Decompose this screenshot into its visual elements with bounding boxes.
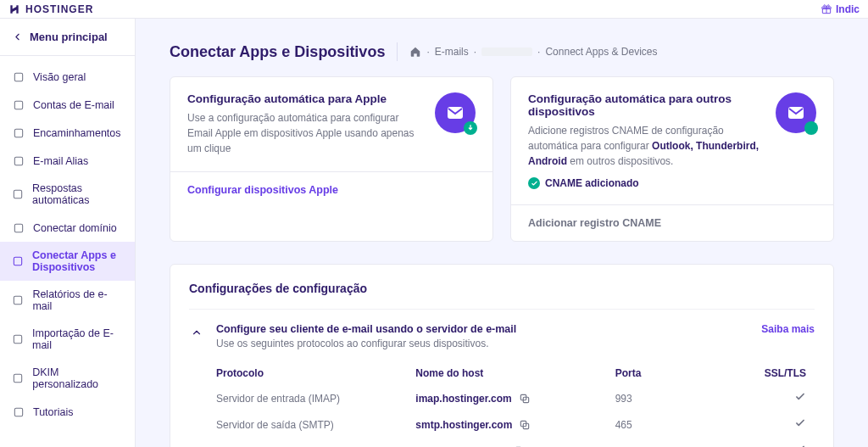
sidebar-item-label: Relatórios de e-mail (32, 288, 123, 312)
status-dot-icon (804, 121, 818, 135)
table-row: Servidor de entrada (POP)pop.hostinger.c… (216, 438, 815, 447)
referral-button[interactable]: Indic (821, 3, 860, 15)
tutorials-icon (12, 405, 25, 418)
apple-card-desc: Use a configuração automática para confi… (187, 110, 423, 156)
sidebar-item-dkim-personalizado[interactable]: DKIM personalizado (0, 359, 135, 398)
page-header: Conectar Apps e Dispositivos · E-mails ·… (170, 42, 834, 61)
alias-icon (12, 154, 25, 167)
sidebar-item-conectar-apps-e-dispositivos[interactable]: Conectar Apps e Dispositivos (0, 242, 135, 281)
topbar: HOSTINGER Indic (0, 0, 868, 19)
table-row: Servidor de saída (SMTP)smtp.hostinger.c… (216, 411, 815, 438)
breadcrumb-separator (397, 42, 398, 61)
sidebar: Menu principal Visão geralContas de E-ma… (0, 19, 136, 447)
check-icon (794, 391, 806, 403)
sidebar-item-relat-rios-de-e-mail[interactable]: Relatórios de e-mail (0, 281, 135, 320)
apps-icon (12, 255, 24, 268)
hostinger-logo-icon (8, 3, 20, 15)
sidebar-item-importa-o-de-e-mail[interactable]: Importação de E-mail (0, 320, 135, 359)
chevron-left-icon (12, 31, 23, 42)
main-content: Conectar Apps e Dispositivos · E-mails ·… (136, 19, 868, 447)
sidebar-item-label: Conectar Apps e Dispositivos (32, 249, 123, 273)
sidebar-item-label: Conectar domínio (33, 222, 117, 234)
apple-mail-badge (435, 92, 476, 133)
breadcrumb-domain-masked (481, 47, 532, 56)
forwarders-icon (12, 126, 25, 139)
config-settings-title: Configurações de configuração (189, 282, 815, 295)
download-indicator-icon (464, 121, 477, 135)
breadcrumb: · E-mails · · Connect Apps & Devices (409, 46, 657, 58)
import-icon (12, 333, 24, 346)
protocol-table: Protocolo Nome do host Porta SSL/TLS Ser… (216, 361, 815, 447)
cell-protocol: Servidor de entrada (IMAP) (216, 393, 415, 405)
cell-host: smtp.hostinger.com (415, 419, 615, 431)
page-title: Conectar Apps e Dispositivos (170, 43, 385, 61)
sidebar-item-label: Importação de E-mail (32, 327, 123, 351)
check-circle-icon (528, 177, 540, 189)
mail-server-accordion: Configure seu cliente de e-mail usando o… (189, 309, 815, 447)
cell-ssl (737, 444, 815, 447)
sidebar-item-e-mail-alias[interactable]: E-mail Alias (0, 147, 135, 175)
th-ssl: SSL/TLS (737, 367, 815, 379)
apple-card-title: Configuração automática para Apple (187, 92, 423, 105)
add-cname-button[interactable]: Adicionar registro CNAME (511, 204, 833, 241)
cell-protocol: Servidor de saída (SMTP) (216, 419, 415, 431)
th-host: Nome do host (415, 367, 615, 379)
autoreply-icon (12, 188, 24, 201)
breadcrumb-current: Connect Apps & Devices (545, 46, 657, 58)
accounts-icon (12, 98, 25, 111)
cell-host: imap.hostinger.com (415, 393, 615, 405)
other-mail-badge (776, 92, 816, 133)
sidebar-item-label: Contas de E-mail (33, 99, 114, 111)
learn-more-link-1[interactable]: Saiba mais (761, 323, 815, 335)
back-label: Menu principal (30, 31, 108, 43)
table-header-row: Protocolo Nome do host Porta SSL/TLS (216, 361, 815, 385)
domain-icon (12, 221, 25, 234)
mail-icon (786, 103, 806, 123)
sidebar-item-label: Tutoriais (33, 406, 73, 418)
config-settings-panel: Configurações de configuração Configure … (170, 264, 834, 447)
copy-icon[interactable] (519, 419, 531, 431)
brand-logo[interactable]: HOSTINGER (8, 3, 93, 15)
table-row: Servidor de entrada (IMAP)imap.hostinger… (216, 385, 815, 411)
sidebar-item-contas-de-e-mail[interactable]: Contas de E-mail (0, 91, 135, 119)
other-card-desc: Adicione registros CNAME de configuração… (528, 123, 764, 169)
check-icon (794, 444, 806, 447)
sidebar-item-label: Encaminhamentos (33, 127, 121, 139)
sidebar-item-vis-o-geral[interactable]: Visão geral (0, 63, 135, 91)
configure-apple-button[interactable]: Configurar dispositivos Apple (170, 171, 492, 208)
back-to-main-menu[interactable]: Menu principal (0, 19, 135, 56)
cname-status: CNAME adicionado (528, 177, 764, 189)
breadcrumb-emails[interactable]: E-mails (435, 46, 469, 58)
apple-auto-config-card: Configuração automática para Apple Use a… (170, 76, 493, 242)
acc1-title: Configure seu cliente de e-mail usando o… (216, 323, 749, 335)
cell-port: 465 (615, 419, 738, 431)
th-port: Porta (615, 367, 738, 379)
sidebar-item-label: Respostas automáticas (32, 182, 123, 206)
dkim-icon (12, 372, 24, 385)
other-devices-card: Configuração automática para outros disp… (510, 76, 834, 242)
reports-icon (12, 294, 24, 307)
sidebar-item-encaminhamentos[interactable]: Encaminhamentos (0, 119, 135, 147)
acc1-sub: Use os seguintes protocolos ao configura… (216, 338, 749, 349)
check-icon (794, 417, 806, 429)
home-icon[interactable] (409, 46, 421, 58)
gift-icon (821, 3, 832, 15)
sidebar-nav: Visão geralContas de E-mailEncaminhament… (0, 56, 135, 433)
chevron-up-icon (191, 327, 203, 338)
sidebar-item-tutoriais[interactable]: Tutoriais (0, 398, 135, 426)
dashboard-icon (12, 70, 25, 83)
sidebar-item-respostas-autom-ticas[interactable]: Respostas automáticas (0, 175, 135, 214)
cname-status-label: CNAME adicionado (545, 177, 639, 189)
cell-port: 993 (615, 393, 738, 405)
cell-ssl (737, 417, 815, 432)
other-card-title: Configuração automática para outros disp… (528, 92, 764, 118)
sidebar-item-label: DKIM personalizado (32, 366, 123, 390)
brand-name: HOSTINGER (25, 3, 93, 15)
copy-icon[interactable] (519, 393, 531, 405)
referral-label: Indic (836, 3, 860, 15)
mail-icon (445, 103, 465, 123)
th-protocol: Protocolo (216, 367, 415, 379)
cell-ssl (737, 391, 815, 405)
sidebar-item-conectar-dom-nio[interactable]: Conectar domínio (0, 214, 135, 242)
collapse-toggle-mail-server[interactable] (189, 325, 204, 340)
